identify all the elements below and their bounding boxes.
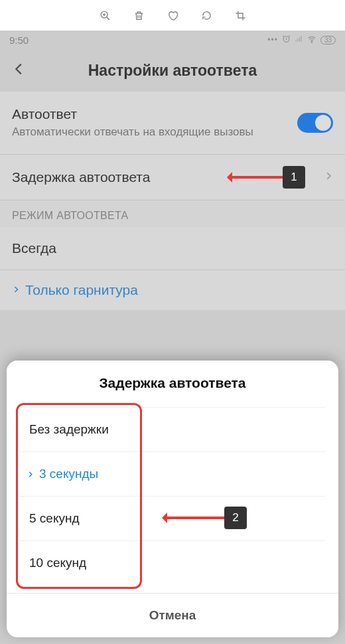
heart-icon[interactable] — [167, 10, 178, 21]
option-label: 3 секунды — [39, 467, 98, 481]
option-label: Без задержки — [29, 422, 109, 437]
headset-only-title: Только гарнитура — [25, 282, 138, 298]
option-label: 5 секунд — [29, 511, 80, 526]
page-header: Настройки автоответа — [0, 49, 345, 92]
back-button[interactable] — [12, 62, 27, 79]
delay-option-5s[interactable]: 5 секунд — [20, 496, 325, 540]
screenshot-area: 9:50 ••• 33 Настройки автоответа Автоотв… — [0, 31, 345, 644]
alarm-icon — [282, 35, 291, 45]
annotation-1-label: 1 — [283, 166, 305, 189]
chevron-right-icon — [27, 467, 34, 481]
svg-point-5 — [311, 42, 312, 42]
delay-option-3s[interactable]: 3 секунды — [20, 451, 325, 496]
always-row[interactable]: Всегда — [0, 227, 345, 270]
notification-dots-icon: ••• — [267, 35, 278, 44]
chevron-right-icon — [324, 171, 333, 183]
delay-row[interactable]: Задержка автоответа 1 — [0, 155, 345, 201]
image-viewer-toolbar — [0, 0, 345, 31]
autoanswer-row[interactable]: Автоответ Автоматически отвечать на вход… — [0, 92, 345, 155]
delay-title: Задержка автоответа — [12, 169, 150, 185]
chevron-right-icon — [12, 284, 20, 296]
status-bar: 9:50 ••• 33 — [0, 31, 345, 49]
zoom-in-icon[interactable] — [100, 10, 111, 21]
delay-picker-sheet: Задержка автоответа Без задержки 3 секун… — [7, 361, 338, 637]
svg-line-1 — [106, 17, 109, 19]
crop-icon[interactable] — [235, 10, 246, 21]
annotation-1: 1 — [230, 166, 305, 189]
rotate-icon[interactable] — [201, 10, 212, 21]
cancel-button[interactable]: Отмена — [7, 593, 338, 635]
signal-icon — [295, 35, 303, 45]
autoanswer-title: Автоответ — [12, 106, 297, 122]
headset-only-row[interactable]: Только гарнитура — [0, 270, 345, 310]
delay-option-10s[interactable]: 10 секунд — [20, 540, 325, 585]
status-right: ••• 33 — [267, 35, 336, 46]
battery-indicator: 33 — [320, 36, 336, 44]
autoanswer-subtitle: Автоматически отвечать на входящие вызов… — [12, 125, 297, 139]
sheet-title: Задержка автоответа — [7, 361, 338, 398]
status-time: 9:50 — [9, 35, 29, 46]
trash-icon[interactable] — [133, 10, 145, 21]
autoanswer-toggle[interactable] — [297, 113, 333, 133]
always-title: Всегда — [12, 240, 56, 256]
delay-options-group: Без задержки 3 секунды 5 секунд 10 секун… — [20, 407, 325, 585]
option-label: 10 секунд — [29, 556, 86, 570]
wifi-icon — [307, 35, 316, 46]
delay-option-none[interactable]: Без задержки — [20, 407, 325, 451]
mode-section-label: РЕЖИМ АВТООТВЕТА — [0, 201, 345, 227]
page-title: Настройки автоответа — [0, 62, 345, 80]
